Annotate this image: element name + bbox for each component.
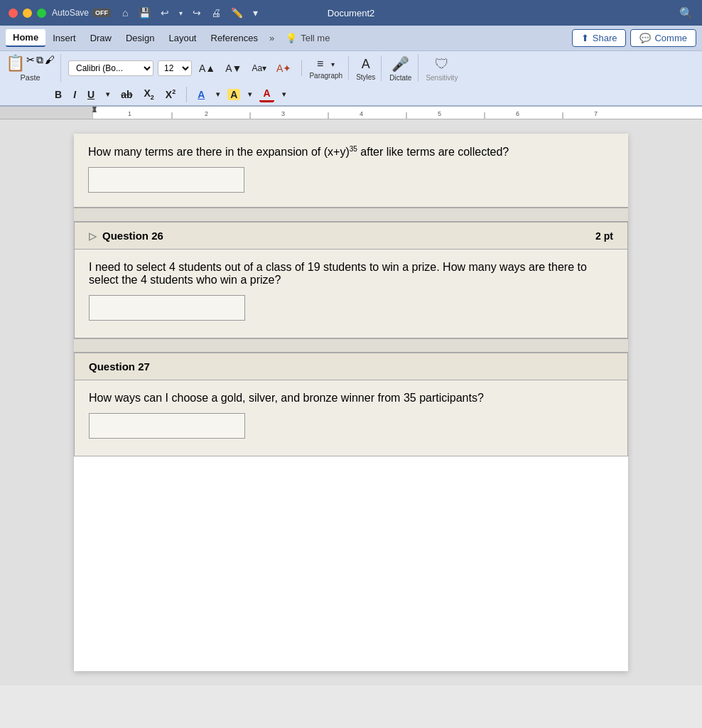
bold-button[interactable]: B: [51, 87, 65, 102]
svg-text:7: 7: [594, 110, 598, 117]
top-question-suffix: after like terms are collected?: [357, 146, 509, 158]
clipboard-icons: ✂ ⧉ 🖌: [26, 54, 55, 73]
paragraph-icon[interactable]: ≡: [314, 56, 326, 72]
paragraph-dropdown[interactable]: ▾: [328, 59, 338, 70]
menu-item-home[interactable]: Home: [6, 29, 45, 47]
svg-text:4: 4: [360, 110, 363, 117]
question-27-header: Question 27: [75, 353, 627, 380]
svg-text:6: 6: [516, 110, 519, 117]
menu-bar: Home Insert Draw Design Layout Reference…: [0, 26, 702, 51]
dictate-button[interactable]: 🎤: [389, 54, 412, 74]
italic-button[interactable]: I: [70, 87, 80, 102]
redo-icon[interactable]: ↪: [193, 7, 201, 18]
document-area: How many terms are there in the expansio…: [0, 119, 702, 685]
ruler: 1 2 3 4 5 6 7: [0, 107, 702, 119]
copy-icon[interactable]: ⧉: [36, 54, 43, 73]
text-color-button[interactable]: A: [259, 86, 274, 102]
ribbon: 📋 ✂ ⧉ 🖌 Paste Calibri (Bo... 12 A▲ A▼ Aa…: [0, 51, 702, 107]
search-icon[interactable]: 🔍: [679, 6, 693, 20]
save-icon[interactable]: 💾: [139, 7, 151, 18]
comment-button[interactable]: 💬 Comme: [630, 29, 696, 47]
text-color-dropdown[interactable]: ▾: [279, 89, 289, 100]
question-26-label: Question 26: [102, 230, 163, 242]
draw-icon[interactable]: ✏️: [231, 7, 243, 18]
menu-item-design[interactable]: Design: [119, 30, 161, 46]
question-26-points: 2 pt: [595, 230, 613, 242]
menu-item-insert[interactable]: Insert: [45, 30, 83, 46]
menu-more-icon[interactable]: »: [265, 30, 279, 46]
home-icon[interactable]: ⌂: [122, 7, 128, 18]
maximize-button[interactable]: [37, 9, 46, 18]
sensitivity-button[interactable]: 🛡: [432, 55, 452, 74]
superscript-button[interactable]: X2: [162, 87, 179, 102]
share-button[interactable]: ⬆ Share: [572, 29, 627, 47]
svg-text:2: 2: [205, 110, 208, 117]
top-answer-box[interactable]: [88, 167, 244, 193]
separator1: [301, 60, 302, 76]
font-color-button[interactable]: A: [194, 87, 208, 102]
tell-me-box[interactable]: 💡 Tell me: [279, 30, 337, 46]
separator2: [186, 87, 187, 102]
question-27-body: How ways can I choose a gold, silver, an…: [75, 380, 627, 456]
font-grow-button[interactable]: A▲: [196, 61, 218, 75]
sensitivity-group: 🛡 Sensitivity: [426, 55, 458, 82]
undo-dropdown-icon[interactable]: ▾: [179, 9, 183, 17]
more-icon[interactable]: ▾: [253, 7, 258, 18]
styles-button[interactable]: A: [359, 55, 373, 73]
strikethrough-button[interactable]: ab: [117, 87, 136, 102]
sensitivity-label: Sensitivity: [426, 74, 458, 82]
font-color-dropdown[interactable]: ▾: [212, 89, 223, 100]
menu-item-draw[interactable]: Draw: [83, 30, 119, 46]
paragraph-controls: ≡ ▾: [314, 56, 338, 72]
question-26-arrow: ▷: [89, 230, 97, 242]
highlight-dropdown[interactable]: ▾: [244, 89, 255, 100]
paste-group: 📋 ✂ ⧉ 🖌 Paste: [6, 54, 61, 82]
question-26-section: ▷ Question 26 2 pt I need to select 4 st…: [74, 222, 628, 338]
svg-text:1: 1: [128, 110, 131, 117]
change-case-button[interactable]: Aa▾: [249, 62, 269, 75]
font-shrink-button[interactable]: A▼: [222, 61, 244, 75]
question-26-answer-box[interactable]: [89, 295, 245, 321]
font-family-select[interactable]: Calibri (Bo...: [68, 60, 153, 76]
paragraph-label: Paragraph: [309, 72, 342, 80]
undo-icon[interactable]: ↩: [161, 7, 169, 18]
top-question-text: How many terms are there in the expansio…: [88, 145, 614, 159]
comment-label: Comme: [654, 33, 687, 43]
paste-icon-wrap: 📋 ✂ ⧉ 🖌: [6, 54, 55, 73]
close-button[interactable]: [9, 9, 18, 18]
traffic-lights: [9, 9, 46, 18]
font-size-select[interactable]: 12: [158, 60, 192, 76]
comment-icon: 💬: [639, 33, 651, 43]
minimize-button[interactable]: [23, 9, 32, 18]
question-27-section: Question 27 How ways can I choose a gold…: [74, 353, 628, 456]
ruler-marks: 1 2 3 4 5 6 7: [92, 107, 702, 119]
ruler-svg: 1 2 3 4 5 6 7: [92, 107, 702, 119]
dictate-group: 🎤 Dictate: [389, 54, 418, 82]
tell-me-label: Tell me: [301, 33, 330, 43]
question-27-label: Question 27: [89, 360, 150, 373]
styles-label: Styles: [356, 73, 375, 81]
title-bar-toolbar: ⌂ 💾 ↩ ▾ ↪ 🖨 ✏️ ▾: [122, 7, 257, 18]
ribbon-row1: 📋 ✂ ⧉ 🖌 Paste Calibri (Bo... 12 A▲ A▼ Aa…: [0, 51, 702, 85]
autosave-toggle[interactable]: OFF: [92, 9, 111, 17]
highlight-button[interactable]: A: [227, 89, 240, 100]
print-icon[interactable]: 🖨: [211, 7, 221, 18]
menu-item-layout[interactable]: Layout: [161, 30, 203, 46]
underline-button[interactable]: U: [84, 87, 98, 102]
menu-item-references[interactable]: References: [204, 30, 265, 46]
paste-icon[interactable]: 📋: [6, 54, 25, 73]
text-effects-button[interactable]: A✦: [274, 61, 294, 75]
format-painter-icon[interactable]: 🖌: [45, 54, 55, 73]
lightbulb-icon: 💡: [286, 33, 297, 43]
question-27-answer-box[interactable]: [89, 413, 245, 439]
dictate-label: Dictate: [389, 74, 411, 82]
autosave-indicator: AutoSave OFF: [52, 8, 111, 18]
top-question-section: How many terms are there in the expansio…: [74, 134, 628, 208]
cut-icon[interactable]: ✂: [26, 54, 35, 73]
subscript-button[interactable]: X2: [140, 86, 157, 102]
menu-right-actions: ⬆ Share 💬 Comme: [572, 29, 696, 47]
title-bar: AutoSave OFF ⌂ 💾 ↩ ▾ ↪ 🖨 ✏️ ▾ Document2 …: [0, 0, 702, 26]
document-page: How many terms are there in the expansio…: [74, 134, 628, 671]
share-label: Share: [593, 33, 617, 43]
underline-dropdown[interactable]: ▾: [102, 89, 113, 100]
